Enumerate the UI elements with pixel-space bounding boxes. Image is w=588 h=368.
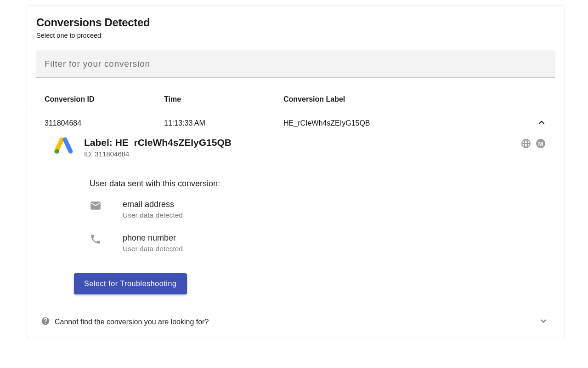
load-mode-icon: M xyxy=(535,138,546,151)
google-ads-icon xyxy=(53,137,74,155)
email-icon xyxy=(90,200,102,212)
svg-point-0 xyxy=(55,149,59,154)
cell-label: HE_rCIeWh4sZEIyG15QB xyxy=(283,119,537,127)
col-header-id: Conversion ID xyxy=(45,95,164,104)
detail-id-line: ID: 311804684 xyxy=(84,150,232,158)
card-header: Conversions Detected Select one to proce… xyxy=(27,6,565,44)
userdata-sub: User data detected xyxy=(123,211,183,219)
userdata-item-phone: phone number User data detected xyxy=(90,233,546,253)
page-subtitle: Select one to proceed xyxy=(36,32,555,39)
cell-time: 11:13:33 AM xyxy=(164,119,283,127)
filter-input[interactable] xyxy=(36,50,555,78)
userdata-name: phone number xyxy=(123,233,183,243)
select-for-troubleshooting-button[interactable]: Select for Troubleshooting xyxy=(74,273,187,294)
chevron-down-icon[interactable] xyxy=(539,316,548,328)
detail-header-left: Label: HE_rCIeWh4sZEIyG15QB ID: 31180468… xyxy=(53,137,232,158)
filter-wrap xyxy=(36,50,555,78)
userdata-text: email address User data detected xyxy=(123,200,183,219)
phone-icon xyxy=(90,233,102,245)
userdata-sub: User data detected xyxy=(123,245,183,253)
globe-icon xyxy=(520,138,531,151)
detail-title-block: Label: HE_rCIeWh4sZEIyG15QB ID: 31180468… xyxy=(84,137,232,158)
userdata-item-email: email address User data detected xyxy=(90,200,546,219)
table-row[interactable]: 311804684 11:13:33 AM HE_rCIeWh4sZEIyG15… xyxy=(27,111,565,135)
col-header-label: Conversion Label xyxy=(283,95,555,104)
page-title: Conversions Detected xyxy=(36,16,555,29)
detail-indicators: M xyxy=(520,138,546,151)
detail-header: Label: HE_rCIeWh4sZEIyG15QB ID: 31180468… xyxy=(53,137,546,158)
footer[interactable]: Cannot find the conversion you are looki… xyxy=(27,310,565,336)
footer-left: Cannot find the conversion you are looki… xyxy=(41,316,209,328)
userdata-title: User data sent with this conversion: xyxy=(90,179,546,189)
svg-text:M: M xyxy=(538,140,543,147)
conversions-card: Conversions Detected Select one to proce… xyxy=(27,6,565,338)
table-header: Conversion ID Time Conversion Label xyxy=(27,78,565,111)
row-detail: Label: HE_rCIeWh4sZEIyG15QB ID: 31180468… xyxy=(27,135,565,310)
cell-id: 311804684 xyxy=(45,119,164,127)
col-header-time: Time xyxy=(164,95,283,104)
detail-label-title: Label: HE_rCIeWh4sZEIyG15QB xyxy=(84,137,232,148)
userdata-text: phone number User data detected xyxy=(123,233,183,253)
help-icon xyxy=(41,316,50,328)
userdata-name: email address xyxy=(123,200,183,209)
chevron-up-icon[interactable] xyxy=(537,118,546,129)
footer-text: Cannot find the conversion you are looki… xyxy=(55,318,209,326)
